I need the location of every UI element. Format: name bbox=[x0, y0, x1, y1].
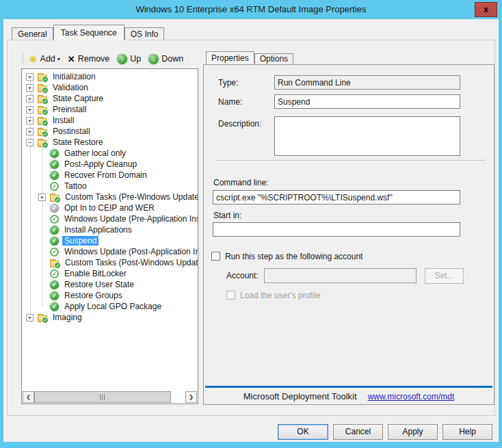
tree-item[interactable]: Apply Local GPO Package bbox=[22, 301, 198, 312]
add-button[interactable]: ✳ Add ▾ bbox=[29, 54, 60, 64]
up-arrow-icon: ↑ bbox=[117, 54, 127, 64]
folder-check-icon bbox=[50, 261, 60, 267]
tab-properties[interactable]: Properties bbox=[206, 51, 254, 64]
check-solid-icon bbox=[50, 280, 59, 289]
tree-item[interactable]: Install Applications bbox=[22, 224, 198, 235]
tab-general[interactable]: General bbox=[12, 27, 53, 40]
account-label: Account: bbox=[226, 271, 259, 280]
scrollbar-track[interactable] bbox=[171, 391, 185, 403]
expander-icon[interactable]: + bbox=[26, 314, 34, 321]
expander-icon[interactable]: + bbox=[38, 194, 46, 201]
tab-options[interactable]: Options bbox=[254, 53, 293, 64]
down-button[interactable]: ↓ Down bbox=[148, 54, 183, 64]
footer: Microsoft Deployment Toolkit www.microso… bbox=[204, 391, 494, 401]
scroll-right-icon[interactable]: ❯ bbox=[185, 391, 197, 403]
tree-item-label: Suspend bbox=[62, 236, 98, 246]
check-outline-icon bbox=[50, 269, 59, 278]
type-label: Type: bbox=[218, 78, 238, 88]
tree-item-label: Preinstall bbox=[51, 105, 88, 114]
add-label: Add bbox=[40, 54, 55, 64]
tree-item[interactable]: Tattoo bbox=[22, 181, 198, 192]
apply-button[interactable]: Apply bbox=[388, 424, 438, 440]
tree-item-label: State Restore bbox=[51, 137, 105, 147]
tree-item[interactable]: Opt In to CEIP and WER bbox=[22, 202, 198, 213]
tree-item[interactable]: +Install bbox=[22, 115, 198, 126]
folder-check-icon bbox=[38, 75, 47, 81]
tree-item[interactable]: +Postinstall bbox=[22, 126, 198, 137]
tree-item-label: Restore User State bbox=[62, 280, 136, 289]
tree-item-label: Windows Update (Pre-Application Installa bbox=[62, 214, 198, 224]
check-solid-icon bbox=[50, 226, 59, 235]
run-as-account-label: Run this step as the following account bbox=[225, 252, 362, 261]
expander-icon[interactable]: + bbox=[26, 73, 34, 81]
tree-item[interactable]: Restore User State bbox=[22, 279, 198, 290]
command-line-field[interactable] bbox=[213, 190, 460, 205]
tree-item[interactable]: Restore Groups bbox=[22, 290, 198, 301]
scroll-left-icon[interactable]: ❮ bbox=[23, 391, 34, 403]
run-as-account-checkbox[interactable] bbox=[211, 252, 220, 261]
tree-item[interactable]: Enable BitLocker bbox=[22, 268, 198, 279]
tree-item-label: Apply Local GPO Package bbox=[62, 302, 163, 311]
up-label: Up bbox=[130, 54, 141, 64]
tree-item-label: Imaging bbox=[51, 313, 84, 322]
folder-check-icon bbox=[38, 96, 47, 103]
up-button[interactable]: ↑ Up bbox=[117, 54, 141, 64]
scrollbar-thumb[interactable] bbox=[34, 391, 171, 403]
tree-item[interactable]: +Preinstall bbox=[22, 104, 198, 115]
tree-item[interactable]: Suspend bbox=[22, 235, 198, 246]
tree-item-label: Restore Groups bbox=[62, 291, 124, 300]
type-field bbox=[274, 75, 460, 90]
folder-check-icon bbox=[38, 118, 47, 125]
tab-os-info[interactable]: OS Info bbox=[124, 27, 165, 40]
tree-item-label: Gather local only bbox=[62, 148, 128, 158]
start-in-field[interactable] bbox=[213, 222, 460, 237]
folder-check-icon bbox=[38, 129, 47, 136]
tree-item[interactable]: Post-Apply Cleanup bbox=[22, 159, 198, 170]
tree-item[interactable]: Windows Update (Pre-Application Installa bbox=[22, 213, 198, 224]
tree-item-label: Post-Apply Cleanup bbox=[62, 159, 139, 169]
mdt-link[interactable]: www.microsoft.com/mdt bbox=[368, 392, 455, 401]
check-outline-icon bbox=[50, 182, 59, 191]
set-account-button: Set... bbox=[425, 268, 464, 284]
tree-item[interactable]: +Custom Tasks (Pre-Windows Update) bbox=[22, 192, 198, 202]
expander-icon[interactable]: + bbox=[26, 128, 34, 135]
folder-check-icon bbox=[38, 315, 47, 322]
tree-item[interactable]: Custom Tasks (Post-Windows Update) bbox=[22, 257, 198, 268]
remove-button[interactable]: ✕ Remove bbox=[68, 54, 109, 64]
main-tabstrip: General Task Sequence OS Info bbox=[12, 25, 164, 40]
tree-toolbar: ✳ Add ▾ ✕ Remove ↑ Up ↓ Down bbox=[22, 51, 197, 67]
tree-item[interactable]: +Imaging bbox=[22, 312, 198, 323]
tree-item[interactable]: Recover From Domain bbox=[22, 170, 198, 181]
check-gray-icon bbox=[50, 204, 59, 213]
expander-icon[interactable]: + bbox=[26, 106, 34, 114]
folder-check-icon bbox=[50, 195, 60, 202]
tree-item-label: Initialization bbox=[51, 72, 98, 81]
ok-button[interactable]: OK bbox=[278, 424, 328, 440]
tree-item-label: Postinstall bbox=[51, 127, 92, 136]
name-field[interactable] bbox=[274, 94, 460, 109]
help-button[interactable]: Help bbox=[442, 424, 492, 440]
window-title: Windows 10 Enterprise x64 RTM Default Im… bbox=[0, 0, 502, 19]
tree-item[interactable]: +Validation bbox=[22, 82, 198, 93]
expander-icon[interactable]: + bbox=[26, 84, 34, 92]
cancel-button[interactable]: Cancel bbox=[333, 424, 383, 440]
close-icon[interactable]: x bbox=[475, 2, 497, 17]
expander-icon[interactable]: − bbox=[26, 139, 34, 146]
tree-rows: +Initialization+Validation+State Capture… bbox=[22, 69, 198, 391]
tree-item-label: Install bbox=[51, 116, 76, 125]
remove-label: Remove bbox=[78, 54, 110, 64]
tree-item[interactable]: Gather local only bbox=[22, 148, 198, 159]
description-field[interactable] bbox=[274, 116, 460, 156]
scrollbar-grip-icon bbox=[100, 394, 106, 400]
check-solid-icon bbox=[50, 149, 59, 158]
expander-icon[interactable]: + bbox=[26, 117, 34, 124]
horizontal-scrollbar[interactable]: ❮ ❯ bbox=[23, 391, 197, 403]
check-solid-icon bbox=[50, 160, 59, 169]
tree-item[interactable]: +Initialization bbox=[22, 71, 198, 82]
tree-item[interactable]: Windows Update (Post-Application Install… bbox=[22, 246, 198, 257]
tab-task-sequence[interactable]: Task Sequence bbox=[53, 25, 124, 40]
tree-item[interactable]: −State Restore bbox=[22, 137, 198, 148]
expander-icon[interactable]: + bbox=[26, 95, 34, 103]
tree-item[interactable]: +State Capture bbox=[22, 93, 198, 104]
toolbar-grip-handle bbox=[22, 53, 24, 65]
